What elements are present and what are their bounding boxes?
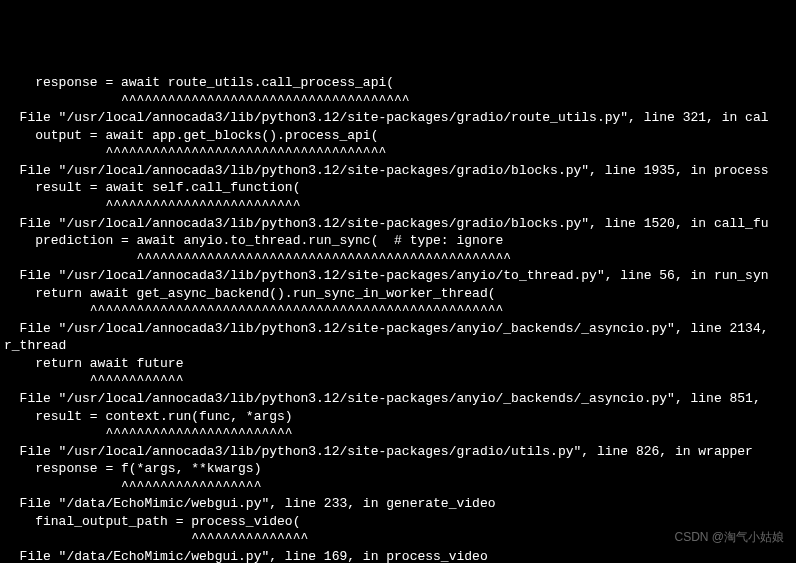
terminal-output: response = await route_utils.call_proces… xyxy=(4,74,792,563)
watermark: CSDN @淘气小姑娘 xyxy=(674,529,784,545)
